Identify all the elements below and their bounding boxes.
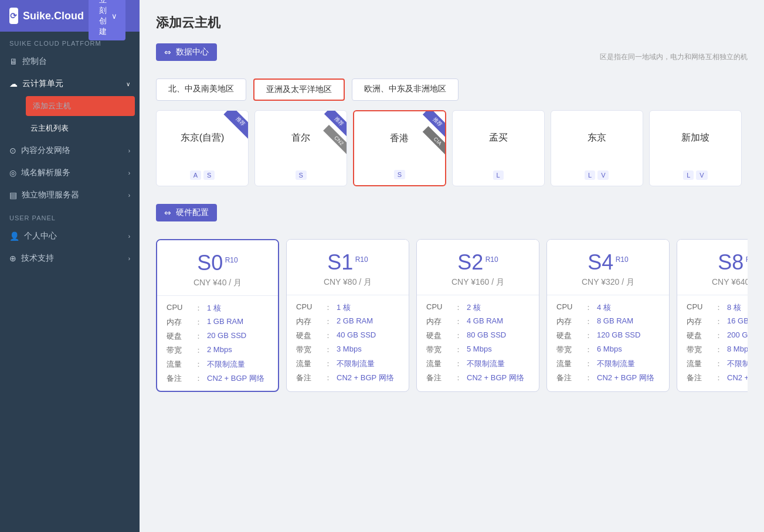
console-icon: 🖥 [9,57,18,66]
hw-spec-value-s4-4: 不限制流量 [597,359,635,369]
hw-spec-colon-s4-0: ： [585,302,592,313]
hw-specs-s1: CPU ： 1 核 内存 ： 2 GB RAM 硬盘 ： 40 GB SSD 带… [287,295,409,390]
sidebar-item-support[interactable]: ⊕ 技术支持 › [0,247,140,270]
hw-spec-row-s8-5: 备注 ： CN2 + BGP 网络 [687,373,748,383]
sidebar-item-dns[interactable]: ◎ 域名解析服务 › [0,162,140,184]
hw-spec-colon-s4-3: ： [585,345,592,355]
location-card-seoul[interactable]: 推荐 CN2 首尔 S [254,110,347,186]
hw-specs-s8: CPU ： 8 核 内存 ： 16 GB RAM 硬盘 ： 200 GB SSD… [677,295,748,390]
hw-spec-label-s0-3: 带宽 [167,345,190,356]
hw-spec-value-s8-2: 200 GB SSD [727,330,748,341]
hw-specs-s2: CPU ： 2 核 内存 ： 4 GB RAM 硬盘 ： 80 GB SSD 带… [417,295,539,390]
hw-spec-value-s1-1: 2 GB RAM [337,316,373,327]
sidebar-item-personal[interactable]: 👤 个人中心 › [0,225,140,247]
hw-price-s1: CNY ¥80 / 月 [296,277,399,288]
region-tab-asia[interactable]: 亚洲及太平洋地区 [253,79,345,101]
sidebar-item-cdn[interactable]: ⊙ 内容分发网络 › [0,139,140,162]
hw-spec-colon-s2-4: ： [454,359,462,369]
sidebar: ⟳ Suike.Cloud 立刻创建 ∨ SUIKE CLOUD PLATFOR… [0,0,140,532]
hw-plan-sub-s0: R10 [223,256,237,264]
location-name-tokyo: 东京 [588,132,606,144]
hardware-section: ⇔ 硬件配置 S0 R10 CNY ¥40 / 月 CPU ： 1 核 内存 ：… [156,204,748,398]
hw-spec-colon-s8-4: ： [715,359,722,369]
hw-spec-label-s0-2: 硬盘 [167,331,190,342]
badge-text-tokyo-own: 推荐 [226,111,248,137]
hw-plan-name-s8: S8 R10 [687,250,748,275]
hw-spec-row-s1-0: CPU ： 1 核 [296,302,399,313]
dns-arrow: › [128,170,130,176]
physical-icon: ▤ [9,190,17,200]
region-tab-americas[interactable]: 北、中及南美地区 [156,79,246,101]
location-tag-v-sg: V [696,170,707,180]
location-tags-tokyo: L V [585,170,609,180]
hw-spec-value-s2-2: 80 GB SSD [467,330,506,341]
hw-spec-value-s8-5: CN2 + BGP 网络 [727,373,748,383]
hw-card-top-s4: S4 R10 CNY ¥320 / 月 [547,240,669,295]
sidebar-item-vm-list[interactable]: 云主机列表 [21,117,140,139]
hw-spec-label-s8-1: 内存 [687,316,710,327]
hw-spec-row-s1-1: 内存 ： 2 GB RAM [296,316,399,327]
hw-spec-colon-s8-2: ： [715,330,722,341]
hw-card-top-s0: S0 R10 CNY ¥40 / 月 [157,240,278,296]
location-tag-s-hk: S [394,170,405,179]
hw-spec-row-s2-5: 备注 ： CN2 + BGP 网络 [426,373,529,383]
hw-spec-colon-s2-3: ： [454,345,462,355]
hw-spec-value-s4-1: 8 GB RAM [597,316,633,327]
badge-cia-hk: CIA [423,126,444,156]
hw-spec-value-s1-3: 3 Mbps [337,345,362,355]
location-tag-s: S [203,170,215,180]
location-card-singapore[interactable]: 新加坡 L V [649,110,742,186]
location-card-hongkong[interactable]: 推荐 CIA 香港 S [353,110,446,186]
hw-plan-sub-s2: R10 [483,255,498,264]
cdn-icon: ⊙ [9,146,16,155]
sidebar-item-cloud-compute[interactable]: ☁ 云计算单元 ∨ [0,73,140,95]
hw-card-s1[interactable]: S1 R10 CNY ¥80 / 月 CPU ： 1 核 内存 ： 2 GB R… [286,239,409,392]
hw-spec-label-s1-3: 带宽 [296,345,320,355]
hw-spec-row-s4-5: 备注 ： CN2 + BGP 网络 [556,373,660,383]
hw-spec-label-s2-0: CPU [426,302,450,313]
hw-spec-row-s8-4: 流量 ： 不限制流量 [687,359,748,369]
hw-spec-label-s4-5: 备注 [556,373,580,383]
hw-card-s4[interactable]: S4 R10 CNY ¥320 / 月 CPU ： 4 核 内存 ： 8 GB … [546,239,670,392]
location-card-mumbai[interactable]: 孟买 L [452,110,545,186]
hw-card-s2[interactable]: S2 R10 CNY ¥160 / 月 CPU ： 2 核 内存 ： 4 GB … [416,239,539,392]
cloud-icon: ☁ [9,79,18,88]
hw-spec-row-s0-2: 硬盘 ： 20 GB SSD [167,331,269,342]
hw-plan-sub-s1: R10 [353,255,368,264]
location-tag-l-mumbai: L [493,170,504,180]
hw-spec-label-s4-1: 内存 [556,316,580,327]
hw-spec-colon-s1-4: ： [324,359,332,369]
hw-spec-row-s4-4: 流量 ： 不限制流量 [556,359,660,369]
hw-spec-value-s1-0: 1 核 [337,302,351,313]
hw-plan-name-s1: S1 R10 [296,250,399,275]
hw-plan-name-s0: S0 R10 [167,251,269,275]
hw-spec-row-s1-3: 带宽 ： 3 Mbps [296,345,399,355]
hw-spec-value-s0-3: 2 Mbps [207,345,232,356]
sidebar-item-console[interactable]: 🖥 控制台 [0,50,140,73]
location-tag-l-sg: L [683,170,694,180]
sidebar-item-physical[interactable]: ▤ 独立物理服务器 › [0,184,140,206]
hw-spec-colon-s1-0: ： [324,302,332,313]
location-tag-a: A [190,170,201,180]
hw-spec-row-s0-1: 内存 ： 1 GB RAM [167,317,269,328]
hw-spec-row-s2-2: 硬盘 ： 80 GB SSD [426,330,529,341]
location-tag-l-tokyo: L [585,170,595,180]
region-tab-europe[interactable]: 欧洲、中东及非洲地区 [352,79,459,101]
hw-spec-row-s2-3: 带宽 ： 5 Mbps [426,345,529,355]
location-card-tokyo[interactable]: 东京 L V [551,110,643,186]
hw-spec-colon-s0-1: ： [195,317,202,328]
hw-spec-value-s1-5: CN2 + BGP 网络 [337,373,394,383]
hw-spec-label-s2-2: 硬盘 [426,330,450,341]
hw-spec-label-s2-4: 流量 [426,359,450,369]
hw-spec-value-s4-0: 4 核 [597,302,611,313]
user-panel-label: USER PANEL [0,206,140,225]
hw-spec-colon-s0-2: ： [195,331,202,342]
hw-spec-row-s2-1: 内存 ： 4 GB RAM [426,316,529,327]
support-icon: ⊕ [9,254,16,263]
hw-card-s8[interactable]: S8 R10 CNY ¥640 / 月 CPU ： 8 核 内存 ： 16 GB… [677,239,748,392]
location-card-tokyo-own[interactable]: 推荐 东京(自营) A S [156,110,249,186]
hw-spec-row-s4-3: 带宽 ： 6 Mbps [556,345,660,355]
hw-spec-row-s1-2: 硬盘 ： 40 GB SSD [296,330,399,341]
hw-card-s0[interactable]: S0 R10 CNY ¥40 / 月 CPU ： 1 核 内存 ： 1 GB R… [156,239,279,392]
sidebar-item-add-vm[interactable]: 添加云主机 [26,96,135,116]
